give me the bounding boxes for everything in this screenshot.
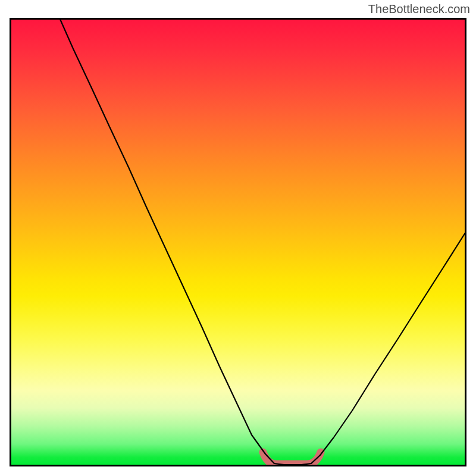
bottleneck-curve (60, 18, 466, 465)
plot-area (10, 18, 466, 466)
watermark-text: TheBottleneck.com (368, 2, 470, 16)
axis-border-bottom (10, 465, 466, 466)
axis-border-top (10, 18, 466, 20)
axis-border-right (465, 18, 466, 466)
curve-layer (10, 18, 466, 466)
axis-border-left (10, 18, 11, 466)
